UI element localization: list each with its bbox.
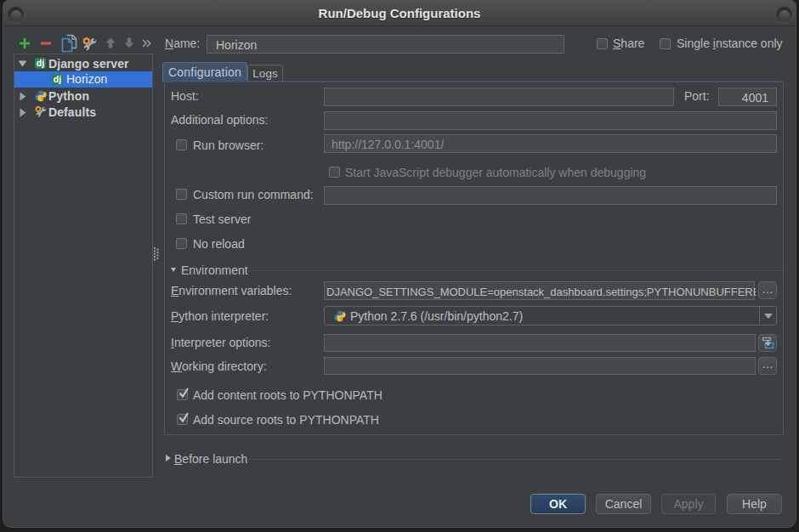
svg-text:dj: dj bbox=[37, 58, 44, 68]
svg-text:dj: dj bbox=[54, 74, 61, 84]
